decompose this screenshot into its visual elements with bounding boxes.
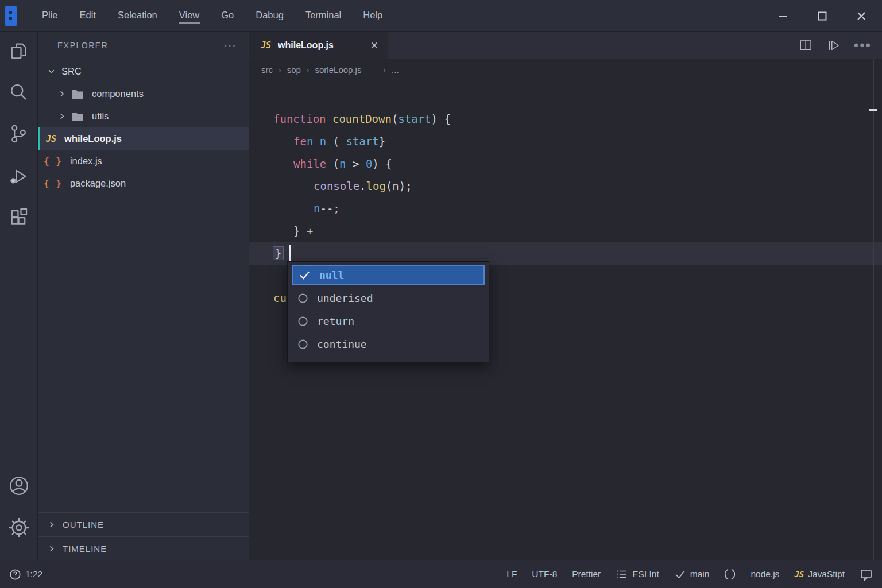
suggest-item-return[interactable]: return <box>288 310 489 332</box>
code-token: cu <box>273 292 287 304</box>
code-token: } <box>379 135 385 148</box>
activity-explorer-icon[interactable] <box>8 41 30 63</box>
breadcrumb-item-sop[interactable]: sop <box>287 65 301 75</box>
breadcrumb-more[interactable]: ›... <box>383 65 399 75</box>
panel-outline[interactable]: OUTLINE <box>38 512 249 536</box>
run-tab-icon[interactable] <box>826 38 841 53</box>
status-sync[interactable] <box>724 568 736 581</box>
breadcrumb-more-label: ... <box>392 65 399 75</box>
breadcrumb-item-src[interactable]: src <box>261 65 273 75</box>
app-logo-icon[interactable] <box>5 6 17 26</box>
status-label: UTF-8 <box>532 569 557 579</box>
menu-item-seleation[interactable]: Seleation <box>117 8 158 24</box>
code-line-3[interactable]: while (n > 0) { <box>249 153 882 175</box>
code-token: ( <box>326 135 346 148</box>
suggest-item-continue[interactable]: continue <box>288 332 489 355</box>
status-feedback[interactable] <box>860 568 873 581</box>
tree-item-whileloop-js[interactable]: JSwhileLoop.js <box>38 127 249 150</box>
code-token: while <box>293 157 326 170</box>
more-actions-icon[interactable]: ••• <box>854 37 872 53</box>
activity-settings-icon[interactable] <box>8 517 30 539</box>
menu-bar: PlieEditSeleationViewGoDabugTerminalHelp <box>41 8 383 24</box>
status-label: main <box>690 569 710 579</box>
activity-extensions-icon[interactable] <box>8 207 30 229</box>
status-eslint[interactable]: ESLInt <box>616 568 659 580</box>
maximize-button[interactable] <box>817 10 828 22</box>
indent-guide <box>296 175 296 220</box>
status-bar-right: LFUTF-8PrettierESLIntmainnode.jsJSJavaSt… <box>506 560 873 588</box>
menu-item-edit[interactable]: Edit <box>79 8 96 24</box>
code-token: start <box>346 135 379 148</box>
menu-item-go[interactable]: Go <box>220 8 234 24</box>
tab-close-icon[interactable]: ✕ <box>370 40 378 52</box>
menu-item-plie[interactable]: Plie <box>41 8 59 24</box>
code-token: } + <box>293 225 313 237</box>
code-token: ) { <box>372 157 392 170</box>
tab-whileloop-js[interactable]: JS whileLoop.js ✕ <box>249 32 388 59</box>
tree-item-label: index.js <box>70 156 102 167</box>
circle-icon <box>297 316 308 327</box>
code-line-2[interactable]: fen n ( start} <box>249 130 882 153</box>
tree-item-label: package.json <box>70 178 126 189</box>
status-utf-8[interactable]: UTF-8 <box>532 569 557 579</box>
activity-run-debug-icon[interactable] <box>8 166 30 188</box>
split-editor-icon[interactable] <box>799 38 814 53</box>
suggest-item-label: return <box>317 315 354 327</box>
activity-search-icon[interactable] <box>8 82 30 104</box>
status-label: node.js <box>751 569 779 579</box>
code-token: --; <box>320 202 339 215</box>
overview-ruler[interactable] <box>873 59 874 560</box>
suggest-item-null[interactable]: null <box>292 265 485 285</box>
tree-item-src[interactable]: SRC <box>38 60 249 83</box>
activity-bar <box>0 32 38 560</box>
code-line-1[interactable]: function countDown(start) { <box>249 108 882 130</box>
status-prettier[interactable]: Prettier <box>572 569 601 579</box>
minimize-button[interactable] <box>777 10 789 22</box>
menu-item-help[interactable]: Help <box>362 8 383 24</box>
menu-item-terminal[interactable]: Terminal <box>305 8 342 24</box>
chevron-down-icon <box>47 67 56 76</box>
menu-item-dabug[interactable]: Dabug <box>255 8 284 24</box>
chevron-right-icon <box>47 544 56 553</box>
tree-item-package-json[interactable]: { }package.json <box>38 172 249 195</box>
code-token: countDown <box>332 113 392 125</box>
tab-bar: JS whileLoop.js ✕ ••• <box>249 32 882 59</box>
status-main[interactable]: main <box>674 568 710 581</box>
code-line-5[interactable]: n--; <box>249 198 882 220</box>
menu-item-view[interactable]: View <box>179 8 200 24</box>
status-label: LF <box>506 569 517 579</box>
title-bar: PlieEditSeleationViewGoDabugTerminalHelp <box>0 0 882 32</box>
status-bar: 1:22 LFUTF-8PrettierESLIntmainnode.jsJSJ… <box>0 560 882 588</box>
feedback-icon <box>860 568 873 581</box>
code-token: ( <box>386 180 392 192</box>
suggest-item-underised[interactable]: underised <box>288 287 489 310</box>
code-token: n <box>320 135 326 148</box>
breadcrumb-item-sorleLoop-js[interactable]: sorleLoop.js <box>315 65 362 75</box>
tree-item-utils[interactable]: utils <box>38 105 249 127</box>
breadcrumb-separator-icon: › <box>307 65 310 75</box>
sidebar-more-actions-icon[interactable]: ⋯ <box>223 42 236 48</box>
code-token: n <box>314 202 320 215</box>
code-token: ( <box>392 113 398 125</box>
folder-icon <box>72 89 84 99</box>
check-icon <box>674 568 686 581</box>
code-token: console <box>314 180 359 192</box>
status-javastipt[interactable]: JSJavaStipt <box>794 569 845 579</box>
tree-item-label: whileLoop.js <box>64 133 122 144</box>
status-lf[interactable]: LF <box>506 569 517 579</box>
status-1:22[interactable]: 1:22 <box>9 568 42 581</box>
code-token: fe <box>293 135 307 148</box>
js-file-icon: JS <box>261 40 271 51</box>
panel-timeline[interactable]: TIMELINE <box>38 536 249 560</box>
tree-item-components[interactable]: components <box>38 83 249 105</box>
code-line-4[interactable]: console.log(n); <box>249 175 882 198</box>
text-cursor <box>289 245 291 261</box>
status-node-js[interactable]: node.js <box>751 569 779 579</box>
close-button[interactable] <box>856 10 867 22</box>
tree-item-index-js[interactable]: { }index.js <box>38 150 249 172</box>
activity-account-icon[interactable] <box>8 475 30 497</box>
circle-icon <box>297 339 308 350</box>
code-line-6[interactable]: } + <box>249 220 882 242</box>
activity-source-control-icon[interactable] <box>8 123 30 145</box>
code-token: . <box>359 180 366 192</box>
